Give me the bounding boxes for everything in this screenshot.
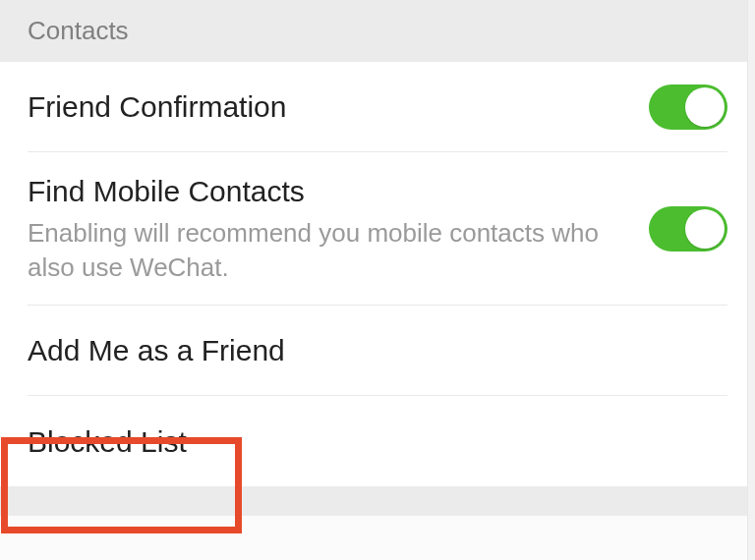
- row-blocked-list[interactable]: Blocked List: [28, 396, 727, 486]
- row-friend-confirmation[interactable]: Friend Confirmation: [28, 62, 727, 152]
- row-content: Add Me as a Friend: [28, 311, 727, 389]
- toggle-find-mobile-contacts[interactable]: [649, 206, 727, 252]
- row-title: Blocked List: [28, 422, 727, 461]
- toggle-knob-icon: [685, 87, 725, 127]
- bottom-spacer: [0, 486, 755, 516]
- row-content: Friend Confirmation: [28, 68, 649, 145]
- row-add-me-as-friend[interactable]: Add Me as a Friend: [28, 306, 727, 396]
- toggle-friend-confirmation[interactable]: [649, 84, 727, 130]
- toggle-knob-icon: [685, 209, 725, 249]
- row-title: Find Mobile Contacts: [28, 172, 649, 210]
- row-title: Friend Confirmation: [28, 87, 649, 126]
- row-content: Blocked List: [28, 403, 727, 480]
- row-description: Enabling will recommend you mobile conta…: [28, 216, 649, 285]
- row-find-mobile-contacts[interactable]: Find Mobile Contacts Enabling will recom…: [28, 152, 727, 306]
- right-edge-gutter: [747, 0, 755, 560]
- row-title: Add Me as a Friend: [28, 331, 727, 369]
- section-header-contacts: Contacts: [0, 0, 755, 62]
- section-header-label: Contacts: [28, 16, 129, 45]
- settings-list: Friend Confirmation Find Mobile Contacts…: [0, 62, 755, 486]
- row-content: Find Mobile Contacts Enabling will recom…: [28, 152, 649, 305]
